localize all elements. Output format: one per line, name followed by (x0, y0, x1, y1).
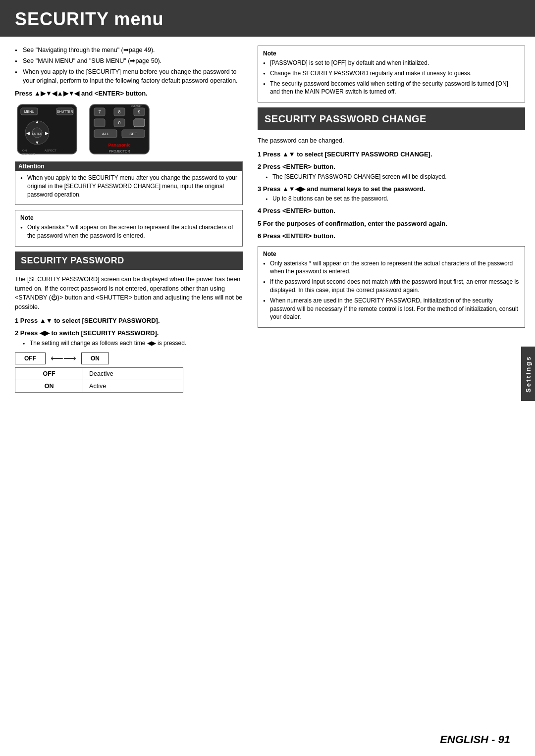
svg-text:◀: ◀ (26, 131, 30, 136)
svg-text:MENU: MENU (24, 110, 35, 113)
step-2-number: 2 (15, 329, 18, 337)
right-step-5-container: 5 For the purposes of confirmation, ente… (258, 219, 525, 229)
svg-text:SCREEN: SCREEN (22, 152, 35, 155)
step-2-container: 2 Press ◀▶ to switch [SECURITY PASSWORD]… (15, 328, 243, 347)
attention-bullet-1: When you apply to the SECURITY menu afte… (20, 174, 237, 199)
remote-right-image: 7 8 9 DEFAULT 0 ALL (87, 102, 152, 156)
note-right-top-3: The security password becomes valid when… (263, 80, 520, 97)
right-step-3-number: 3 (258, 185, 261, 193)
svg-text:PROJECTOR: PROJECTOR (108, 150, 130, 153)
note-title-right-top: Note (263, 50, 520, 57)
page-title: SECURITY menu (15, 9, 163, 29)
svg-text:SET: SET (129, 132, 137, 136)
svg-text:Panasonic: Panasonic (108, 143, 130, 148)
svg-text:▼: ▼ (35, 140, 40, 145)
table-off-label: OFF (15, 367, 83, 380)
content-area: See "Navigating through the menu" (➡page… (0, 37, 535, 393)
table-row-on: ON Active (15, 380, 183, 392)
right-step-2-number: 2 (258, 163, 261, 170)
step-1-container: 1 Press ▲▼ to select [SECURITY PASSWORD]… (15, 316, 243, 326)
table-on-label: ON (15, 380, 83, 392)
left-column: See "Navigating through the menu" (➡page… (0, 46, 253, 393)
toggle-table-wrapper: OFF ⟵⟶ ON OFF Deactive ON Active (15, 353, 243, 393)
note-box-right-top: Note [PASSWORD] is set to [OFF] by defau… (258, 46, 525, 102)
note-title-left: Note (20, 214, 237, 221)
note-right-top-1: [PASSWORD] is set to [OFF] by default an… (263, 59, 520, 67)
right-step-4-number: 4 (258, 207, 261, 214)
security-password-change-body: The password can be changed. (258, 136, 525, 146)
toggle-on-cell: ON (81, 353, 109, 364)
right-step-3-container: 3 Press ▲▼◀▶ and numeral keys to set the… (258, 184, 525, 203)
page: SECURITY menu See "Navigating through th… (0, 0, 535, 756)
step-2-text: 2 Press ◀▶ to switch [SECURITY PASSWORD]… (15, 328, 243, 338)
security-password-body: The [SECURITY PASSWORD] screen can be di… (15, 275, 243, 312)
svg-text:DEFAULT: DEFAULT (131, 104, 142, 107)
table-off-value: Deactive (83, 367, 183, 380)
right-step-3-text: 3 Press ▲▼◀▶ and numeral keys to set the… (258, 184, 525, 194)
remotes-row: MENU SHUTTER ENTER ▲ ▼ ◀ ▶ ON SC (15, 102, 243, 156)
note-right-bottom-1: Only asterisks * will appear on the scre… (263, 259, 520, 276)
note-right-bottom-3: When numerals are used in the SECURITY P… (263, 297, 520, 321)
right-step-2-subs: The [SECURITY PASSWORD CHANGE] screen wi… (258, 173, 525, 181)
right-step-6-number: 6 (258, 232, 261, 240)
svg-text:ENTER: ENTER (32, 132, 43, 135)
step-2-sub-1: The setting will change as follows each … (23, 339, 243, 348)
page-footer: ENGLISH - 91 (440, 733, 510, 746)
right-step-2-container: 2 Press <ENTER> button. The [SECURITY PA… (258, 162, 525, 181)
step-1-body: Press ▲▼ to select [SECURITY PASSWORD]. (20, 317, 160, 324)
right-step-4-text: 4 Press <ENTER> button. (258, 206, 525, 216)
right-step-2-text: 2 Press <ENTER> button. (258, 162, 525, 172)
right-step-4-container: 4 Press <ENTER> button. (258, 206, 525, 216)
right-step-3-body: Press ▲▼◀▶ and numeral keys to set the p… (263, 185, 426, 193)
security-password-change-header: SECURITY PASSWORD CHANGE (258, 107, 525, 130)
right-step-3-sub-1: Up to 8 buttons can be set as the passwo… (266, 195, 525, 203)
intro-bullet-1: See "Navigating through the menu" (➡page… (15, 46, 243, 55)
right-step-2-sub-1: The [SECURITY PASSWORD CHANGE] screen wi… (266, 173, 525, 181)
right-step-2-body: Press <ENTER> button. (263, 163, 335, 170)
svg-text:ON: ON (22, 149, 27, 152)
right-step-1-text: 1 Press ▲▼ to select [SECURITY PASSWORD … (258, 150, 525, 159)
svg-text:SHUTTER: SHUTTER (56, 110, 73, 113)
step-2-body: Press ◀▶ to switch [SECURITY PASSWORD]. (20, 329, 159, 337)
toggle-off-cell: OFF (15, 353, 46, 364)
right-step-6-body: Press <ENTER> button. (263, 232, 335, 240)
settings-tab: Settings (521, 347, 535, 401)
intro-bullets: See "Navigating through the menu" (➡page… (15, 46, 243, 86)
right-step-5-text: 5 For the purposes of confirmation, ente… (258, 219, 525, 229)
note-box-right-bottom: Note Only asterisks * will appear on the… (258, 246, 525, 328)
step-1-text: 1 Press ▲▼ to select [SECURITY PASSWORD]… (15, 316, 243, 326)
remote-left-image: MENU SHUTTER ENTER ▲ ▼ ◀ ▶ ON SC (15, 102, 79, 156)
svg-text:ALL: ALL (102, 132, 109, 136)
svg-text:▲: ▲ (35, 119, 40, 124)
note-right-top-2: Change the SECURITY PASSWORD regularly a… (263, 69, 520, 78)
right-step-1-body: Press ▲▼ to select [SECURITY PASSWORD CH… (263, 151, 432, 158)
note-box-left: Note Only asterisks * will appear on the… (15, 210, 243, 247)
intro-bullet-2: See "MAIN MENU" and "SUB MENU" (➡page 50… (15, 56, 243, 66)
right-column: Note [PASSWORD] is set to [OFF] by defau… (253, 46, 535, 393)
toggle-arrow-icon: ⟵⟶ (51, 353, 76, 364)
intro-bullet-3: When you apply to the [SECURITY] menu be… (15, 67, 243, 86)
right-step-5-body: For the purposes of confirmation, enter … (263, 220, 447, 227)
right-step-1-container: 1 Press ▲▼ to select [SECURITY PASSWORD … (258, 150, 525, 159)
svg-text:0: 0 (118, 120, 120, 125)
toggle-table: OFF Deactive ON Active (15, 367, 183, 393)
right-step-6-container: 6 Press <ENTER> button. (258, 231, 525, 241)
step-1-number: 1 (15, 317, 18, 324)
page-header: SECURITY menu (0, 0, 535, 37)
toggle-arrow-row: OFF ⟵⟶ ON (15, 353, 243, 364)
attention-title: Attention (15, 162, 242, 171)
svg-text:7: 7 (98, 109, 101, 114)
right-step-6-text: 6 Press <ENTER> button. (258, 231, 525, 241)
press-instruction: Press ▲▶▼◀▲▶▼◀ and <ENTER> button. (15, 90, 243, 97)
svg-rect-26 (134, 119, 145, 127)
attention-box: Attention When you apply to the SECURITY… (15, 161, 243, 205)
right-step-1-number: 1 (258, 151, 261, 158)
note-bullet-left-1: Only asterisks * will appear on the scre… (20, 223, 237, 240)
table-row-off: OFF Deactive (15, 367, 183, 380)
svg-rect-23 (94, 119, 105, 127)
svg-text:8: 8 (118, 109, 120, 114)
right-step-3-subs: Up to 8 buttons can be set as the passwo… (258, 195, 525, 203)
svg-text:9: 9 (138, 109, 140, 114)
right-step-5-number: 5 (258, 220, 261, 227)
right-step-4-body: Press <ENTER> button. (263, 207, 335, 214)
